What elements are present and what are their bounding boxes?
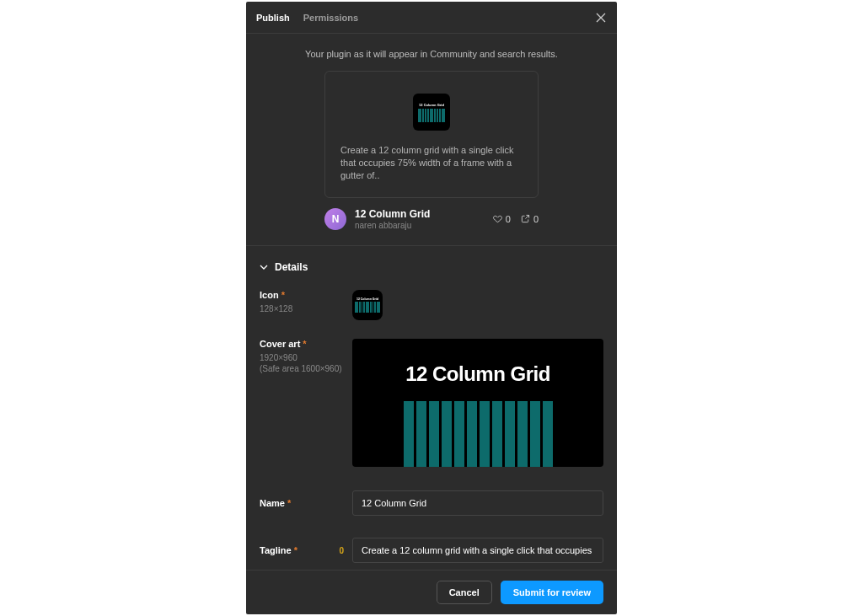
cover-sub: 1920×960 (Safe area 1600×960) xyxy=(260,352,344,374)
tab-permissions[interactable]: Permissions xyxy=(303,13,358,23)
share-icon xyxy=(521,214,530,223)
tagline-input[interactable] xyxy=(352,538,603,563)
preview-icon: 12 Column Grid xyxy=(413,94,450,131)
tagline-label: Tagline * xyxy=(260,545,297,555)
name-label: Name * xyxy=(260,498,291,508)
preview-description: Create a 12 column grid with a single cl… xyxy=(340,144,523,182)
share-count[interactable]: 0 xyxy=(521,214,539,224)
avatar: N xyxy=(324,208,346,230)
submit-button[interactable]: Submit for review xyxy=(501,581,603,604)
modal-header: Publish Permissions xyxy=(246,2,617,34)
name-row: Name * xyxy=(246,485,617,521)
tagline-counter: 0 xyxy=(339,546,344,555)
icon-uploader[interactable]: 12 Column Grid xyxy=(352,290,383,320)
cover-art-uploader[interactable]: 12 Column Grid xyxy=(352,339,603,467)
preview-card: 12 Column Grid Create a 12 column grid w… xyxy=(324,71,539,198)
intro-text: Your plugin as it will appear in Communi… xyxy=(246,34,617,71)
name-input[interactable] xyxy=(352,490,603,516)
plugin-author: naren abbaraju xyxy=(355,221,485,230)
close-icon xyxy=(596,13,606,23)
cover-label: Cover art * xyxy=(260,339,307,349)
modal-body: Your plugin as it will appear in Communi… xyxy=(246,34,617,570)
tab-publish[interactable]: Publish xyxy=(256,13,290,23)
cover-art-row: Cover art * 1920×960 (Safe area 1600×960… xyxy=(246,334,617,472)
preview-meta: N 12 Column Grid naren abbaraju 0 0 xyxy=(324,208,539,245)
plugin-title: 12 Column Grid xyxy=(355,208,485,220)
icon-label: Icon * xyxy=(260,290,285,300)
heart-icon xyxy=(493,214,502,223)
publish-modal: Publish Permissions Your plugin as it wi… xyxy=(246,2,617,614)
like-count[interactable]: 0 xyxy=(493,214,511,224)
modal-footer: Cancel Submit for review xyxy=(246,570,617,614)
close-button[interactable] xyxy=(595,12,607,24)
icon-sub: 128×128 xyxy=(260,303,344,314)
chevron-down-icon xyxy=(260,263,268,271)
details-section-header[interactable]: Details xyxy=(246,246,617,285)
icon-row: Icon * 128×128 12 Column Grid xyxy=(246,285,617,325)
cancel-button[interactable]: Cancel xyxy=(437,581,492,604)
tagline-row: Tagline * 0 xyxy=(246,533,617,568)
